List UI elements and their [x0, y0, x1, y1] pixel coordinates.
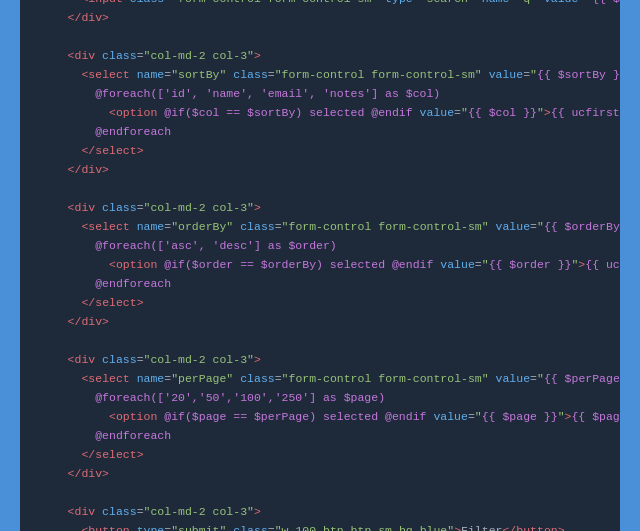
- code-window: <form action="{{ route('users.index') }}…: [20, 0, 620, 531]
- code-block: <form action="{{ route('users.index') }}…: [40, 0, 600, 531]
